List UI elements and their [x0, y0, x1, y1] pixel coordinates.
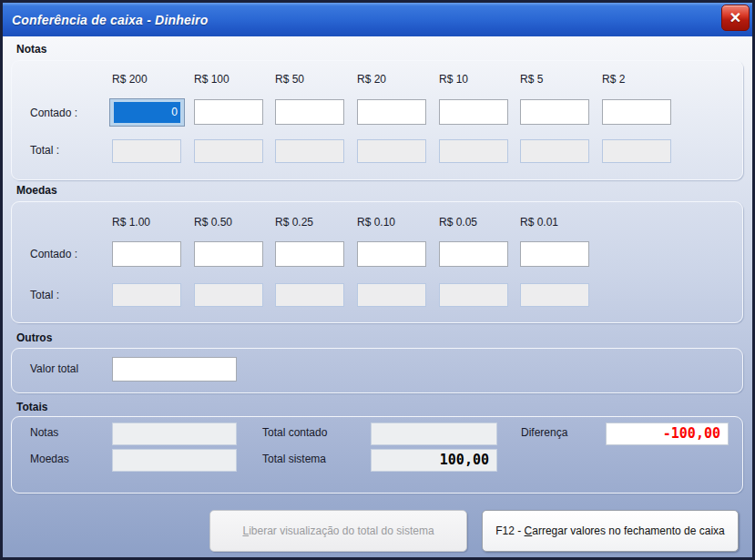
moedas-total-field-100	[112, 283, 181, 307]
totais-moedas-label: Moedas	[30, 453, 69, 465]
moedas-contado-input-025[interactable]	[275, 241, 344, 267]
notas-total-field-r100	[194, 139, 263, 163]
outros-section-label: Outros	[16, 331, 52, 344]
liberar-visualizacao-button[interactable]: Liberar visualização do total do sistema	[209, 510, 467, 552]
notas-total-field-r5	[520, 139, 589, 163]
total-sistema-field: 100,00	[371, 449, 497, 472]
close-icon: ✕	[729, 11, 741, 25]
notas-total-field-r200	[112, 139, 181, 163]
valor-total-label: Valor total	[30, 362, 78, 375]
moedas-section-label: Moedas	[16, 184, 57, 197]
moedas-denom-025: R$ 0.25	[275, 216, 313, 229]
title-bar: Conferência de caixa - Dinheiro	[3, 3, 752, 36]
diferenca-field: -100,00	[606, 423, 729, 445]
moedas-contado-label: Contado :	[30, 248, 77, 260]
moedas-denom-001: R$ 0.01	[520, 216, 558, 229]
moedas-contado-input-005[interactable]	[439, 241, 508, 267]
notas-total-field-r10	[439, 139, 508, 163]
liberar-visualizacao-button-label: Liberar visualização do total do sistema	[242, 524, 434, 537]
moedas-denom-050: R$ 0.50	[194, 216, 232, 229]
dialog-window: Conferência de caixa - Dinheiro ✕ Notas …	[0, 0, 755, 560]
notas-contado-input-r200[interactable]: 0	[109, 98, 185, 127]
notas-section-label: Notas	[16, 43, 46, 56]
valor-total-input[interactable]	[112, 357, 237, 382]
notas-denom-5: R$ 5	[520, 73, 543, 86]
moedas-denom-005: R$ 0.05	[439, 216, 477, 229]
close-button[interactable]: ✕	[721, 5, 750, 31]
notas-total-field-r50	[275, 139, 344, 163]
totais-notas-label: Notas	[30, 426, 58, 439]
notas-denom-2: R$ 2	[602, 73, 625, 86]
notas-contado-input-r5[interactable]	[520, 99, 589, 125]
moedas-total-field-005	[439, 283, 508, 307]
moedas-total-label: Total :	[30, 289, 59, 301]
notas-contado-label: Contado :	[30, 107, 77, 119]
notas-contado-input-r50[interactable]	[275, 99, 344, 125]
notas-denom-100: R$ 100	[194, 73, 230, 86]
moedas-total-field-001	[520, 283, 589, 307]
notas-total-field-r20	[357, 139, 426, 163]
moedas-total-field-025	[275, 283, 344, 307]
notas-contado-input-r100[interactable]	[194, 99, 263, 125]
moedas-total-field-010	[357, 283, 426, 307]
moedas-denom-100: R$ 1.00	[112, 216, 150, 229]
moedas-contado-input-010[interactable]	[357, 241, 426, 267]
moedas-total-field-050	[194, 283, 263, 307]
diferenca-label: Diferença	[521, 426, 567, 439]
totais-section-label: Totais	[16, 401, 47, 413]
selected-text: 0	[114, 102, 180, 123]
notas-denom-200: R$ 200	[112, 73, 148, 86]
total-sistema-label: Total sistema	[262, 453, 326, 465]
notas-contado-input-r20[interactable]	[357, 99, 426, 125]
notas-contado-input-r10[interactable]	[439, 99, 508, 125]
f12-carregar-valores-button[interactable]: F12 - Carregar valores no fechamento de …	[482, 510, 739, 552]
notas-denom-20: R$ 20	[357, 73, 386, 86]
notas-total-label: Total :	[30, 144, 59, 157]
moedas-contado-input-050[interactable]	[194, 241, 263, 267]
total-contado-label: Total contado	[262, 426, 327, 439]
dialog-title: Conferência de caixa - Dinheiro	[3, 13, 208, 27]
moedas-denom-010: R$ 0.10	[357, 216, 395, 229]
moedas-contado-input-100[interactable]	[112, 241, 181, 267]
notas-contado-input-r2[interactable]	[602, 99, 671, 125]
notas-denom-10: R$ 10	[439, 73, 468, 86]
f12-carregar-valores-button-label: F12 - Carregar valores no fechamento de …	[495, 524, 724, 537]
totais-notas-field	[112, 423, 237, 445]
total-contado-field	[371, 423, 497, 445]
notas-denom-50: R$ 50	[275, 73, 304, 86]
totais-moedas-field	[112, 449, 237, 472]
moedas-contado-input-001[interactable]	[520, 241, 589, 267]
notas-total-field-r2	[602, 139, 671, 163]
